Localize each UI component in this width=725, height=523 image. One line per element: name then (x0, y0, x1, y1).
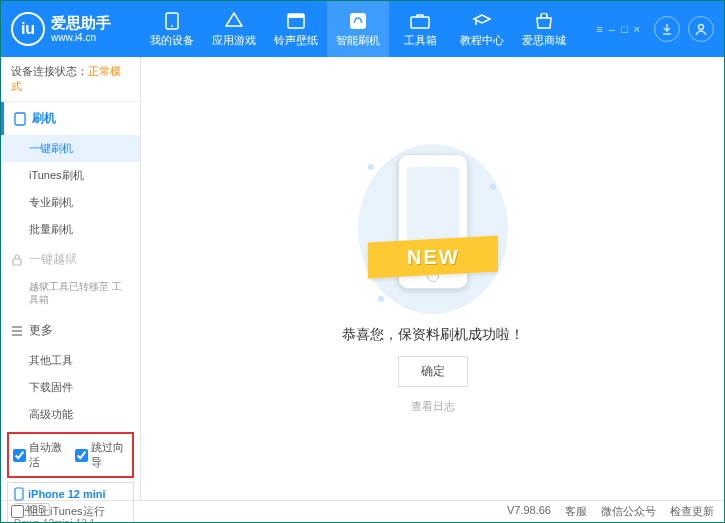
maximize-icon[interactable]: □ (621, 23, 628, 35)
app-title: 爱思助手 (51, 15, 111, 32)
nav-smart-flash[interactable]: 智能刷机 (327, 1, 389, 57)
check-skip-guide[interactable]: 跳过向导 (75, 440, 129, 470)
nav-my-device[interactable]: 我的设备 (141, 1, 203, 57)
logo-area: iu 爱思助手 www.i4.cn (11, 12, 141, 46)
svg-rect-7 (15, 113, 25, 125)
svg-point-1 (171, 25, 173, 27)
tutorial-icon (472, 11, 492, 31)
support-link[interactable]: 客服 (565, 504, 587, 519)
svg-rect-5 (411, 17, 429, 28)
apps-icon (225, 11, 243, 31)
sidebar-download-fw[interactable]: 下载固件 (1, 374, 140, 401)
device-small-icon (14, 487, 24, 501)
block-itunes-check[interactable]: 阻止iTunes运行 (11, 504, 105, 519)
flash-icon (349, 11, 367, 31)
view-log-link[interactable]: 查看日志 (411, 399, 455, 414)
check-update-link[interactable]: 检查更新 (670, 504, 714, 519)
section-more[interactable]: 更多 (1, 314, 140, 347)
version-label: V7.98.66 (507, 504, 551, 519)
user-button[interactable] (688, 16, 714, 42)
sidebar-batch-flash[interactable]: 批量刷机 (1, 216, 140, 243)
jailbreak-note: 越狱工具已转移至 工具箱 (1, 276, 140, 314)
success-illustration: NEW (358, 144, 508, 314)
wallpaper-icon (287, 11, 305, 31)
store-icon (535, 11, 553, 31)
check-auto-activate[interactable]: 自动激活 (13, 440, 67, 470)
device-icon (165, 11, 179, 31)
nav-ringtones[interactable]: 铃声壁纸 (265, 1, 327, 57)
svg-point-6 (699, 25, 704, 30)
list-icon (11, 326, 23, 336)
wechat-link[interactable]: 微信公众号 (601, 504, 656, 519)
phone-flash-icon (14, 112, 26, 126)
svg-rect-3 (288, 14, 304, 18)
nav-store[interactable]: 爱思商城 (513, 1, 575, 57)
svg-rect-9 (15, 488, 23, 500)
ok-button[interactable]: 确定 (398, 356, 468, 387)
nav-toolbox[interactable]: 工具箱 (389, 1, 451, 57)
app-url: www.i4.cn (51, 32, 111, 43)
app-header: iu 爱思助手 www.i4.cn 我的设备 应用游戏 铃声壁纸 智能刷机 工具… (1, 1, 724, 57)
main-content: NEW 恭喜您，保资料刷机成功啦！ 确定 查看日志 (141, 57, 724, 500)
header-right: ≡ – □ × (596, 16, 714, 42)
svg-rect-8 (13, 259, 21, 265)
menu-icon[interactable]: ≡ (596, 23, 602, 35)
logo-icon: iu (11, 12, 45, 46)
minimize-icon[interactable]: – (609, 23, 615, 35)
nav-apps-games[interactable]: 应用游戏 (203, 1, 265, 57)
download-button[interactable] (654, 16, 680, 42)
svg-rect-4 (350, 13, 366, 29)
sidebar: 设备连接状态：正常模式 刷机 一键刷机 iTunes刷机 专业刷机 批量刷机 一… (1, 57, 141, 500)
lock-icon (11, 254, 23, 266)
new-ribbon: NEW (368, 235, 498, 278)
sidebar-other-tools[interactable]: 其他工具 (1, 347, 140, 374)
close-icon[interactable]: × (634, 23, 640, 35)
flash-options-box: 自动激活 跳过向导 (7, 432, 134, 478)
sidebar-itunes-flash[interactable]: iTunes刷机 (1, 162, 140, 189)
toolbox-icon (410, 11, 430, 31)
success-message: 恭喜您，保资料刷机成功啦！ (342, 326, 524, 344)
connection-status: 设备连接状态：正常模式 (1, 57, 140, 102)
main-nav: 我的设备 应用游戏 铃声壁纸 智能刷机 工具箱 教程中心 爱思商城 (141, 1, 575, 57)
section-flash[interactable]: 刷机 (1, 102, 140, 135)
window-controls: ≡ – □ × (596, 23, 640, 35)
nav-tutorials[interactable]: 教程中心 (451, 1, 513, 57)
section-jailbreak: 一键越狱 (1, 243, 140, 276)
sidebar-onekey-flash[interactable]: 一键刷机 (1, 135, 140, 162)
sidebar-pro-flash[interactable]: 专业刷机 (1, 189, 140, 216)
sidebar-advanced[interactable]: 高级功能 (1, 401, 140, 428)
